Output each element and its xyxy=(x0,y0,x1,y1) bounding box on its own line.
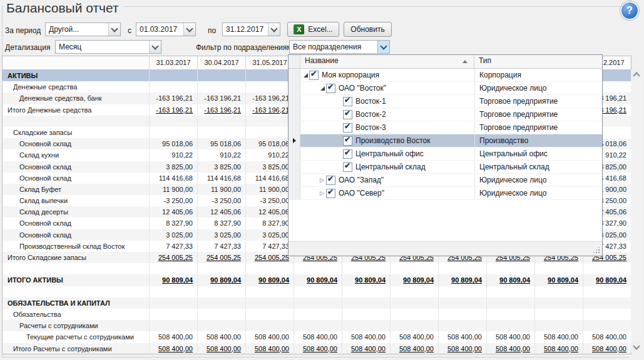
tree-checkbox[interactable]: ✔ xyxy=(343,136,352,146)
total-value-link[interactable]: -163 196,21 xyxy=(197,104,245,116)
tree-row-type: Центральный склад xyxy=(474,161,549,173)
tree-row[interactable]: ✔Восток-1Торговое предприятие xyxy=(289,95,602,108)
value-cell: 508 400,00 xyxy=(197,331,245,342)
tree-row-gutter xyxy=(289,69,300,81)
value-cell xyxy=(245,263,294,274)
help-icon[interactable]: ? xyxy=(620,1,639,20)
tree-row[interactable]: ▷✔ОАО "Север"Юридическое лицо xyxy=(289,187,602,200)
total-value-link[interactable]: 508 400,00 xyxy=(149,343,197,354)
value-cell xyxy=(438,320,486,331)
value-cell xyxy=(390,263,438,274)
tree-row[interactable]: ▷✔ОАО "Запад"Юридическое лицо xyxy=(289,174,602,187)
total-value-link[interactable]: 508 400,00 xyxy=(294,343,342,354)
tree-row[interactable]: ✔Восток-2Торговое предприятие xyxy=(289,108,602,121)
checkmark-icon: ✔ xyxy=(344,96,350,104)
total-value-link[interactable]: -163 196,21 xyxy=(149,104,197,116)
tree-checkbox[interactable]: ✔ xyxy=(343,97,352,106)
detail-combo[interactable]: Месяц xyxy=(55,40,161,54)
period-combo[interactable]: Другой... xyxy=(45,22,121,36)
total-value-link[interactable]: 90 809,04 xyxy=(438,274,486,286)
total-value-link[interactable]: 90 809,04 xyxy=(342,274,390,286)
tree-row-name: Центральный офис xyxy=(355,148,424,160)
refresh-button[interactable]: Обновить xyxy=(344,22,392,37)
total-value-link[interactable]: 90 809,04 xyxy=(583,274,631,286)
tree-checkbox[interactable]: ✔ xyxy=(343,123,352,132)
collapse-icon[interactable] xyxy=(304,73,308,78)
report-row xyxy=(3,286,631,298)
value-cell xyxy=(438,309,486,320)
from-date-combo[interactable]: 01.03.2017 xyxy=(136,22,196,36)
tree-row[interactable]: ✔Производство ВостокПроизводство xyxy=(289,134,602,148)
value-cell xyxy=(245,81,294,92)
total-value-link[interactable]: 508 400,00 xyxy=(583,343,631,354)
total-value-link[interactable]: 508 400,00 xyxy=(486,343,534,354)
vertical-scrollbar[interactable] xyxy=(631,69,642,352)
value-cell xyxy=(197,263,245,274)
total-value-link[interactable]: 508 400,00 xyxy=(342,343,390,354)
scroll-down-button[interactable] xyxy=(631,342,642,352)
total-value-link[interactable]: 90 809,04 xyxy=(197,274,245,286)
chevron-down-icon xyxy=(270,25,277,32)
total-value-link[interactable]: 508 400,00 xyxy=(534,343,583,354)
total-value-link[interactable]: 90 809,04 xyxy=(486,274,534,286)
dept-filter-combo[interactable]: Все подразделения xyxy=(289,40,390,54)
total-value-link[interactable]: 90 809,04 xyxy=(294,274,342,286)
tree-row-gutter xyxy=(289,121,300,134)
expand-icon[interactable]: ▷ xyxy=(320,188,324,198)
detail-combo-arrow[interactable] xyxy=(149,41,161,53)
tree-checkbox[interactable]: ✔ xyxy=(343,149,352,159)
tree-row[interactable]: ✔Моя корпорацияКорпорация xyxy=(289,69,602,82)
tree-row[interactable]: ✔ОАО "Восток"Юридическое лицо xyxy=(289,82,602,95)
value-cell xyxy=(245,116,294,127)
resize-grip[interactable] xyxy=(592,246,600,253)
total-value-link[interactable]: 508 400,00 xyxy=(390,343,438,354)
dept-filter-label: Фильтр по подразделениям xyxy=(196,43,292,52)
expand-icon[interactable]: ▷ xyxy=(320,175,324,185)
tree-checkbox[interactable]: ✔ xyxy=(326,84,335,93)
from-date-arrow[interactable] xyxy=(183,23,195,36)
to-date-combo[interactable]: 31.12.2017 xyxy=(222,22,280,36)
column-header-name[interactable]: Название xyxy=(300,55,474,68)
total-value-link[interactable]: 90 809,04 xyxy=(534,274,583,286)
tree-checkbox[interactable]: ✔ xyxy=(343,162,352,172)
total-value-link[interactable]: 90 809,04 xyxy=(390,274,438,286)
value-cell xyxy=(534,320,583,331)
column-header-type[interactable]: Тип xyxy=(474,55,602,68)
value-cell: 7 427,33 xyxy=(245,241,294,252)
tree-checkbox[interactable]: ✔ xyxy=(326,176,335,185)
row-label xyxy=(3,263,149,274)
tree-row[interactable]: ✔Центральный офисЦентральный офис xyxy=(289,148,602,161)
total-value-link[interactable]: 508 400,00 xyxy=(197,343,245,354)
to-date-arrow[interactable] xyxy=(268,23,280,36)
period-combo-arrow[interactable] xyxy=(108,23,120,36)
value-cell: 3 025,00 xyxy=(149,229,197,241)
total-value-link[interactable]: 254 005,25 xyxy=(197,252,245,263)
checkmark-icon: ✔ xyxy=(344,109,350,118)
row-label: Основной склад xyxy=(3,229,149,241)
total-value-link[interactable]: 254 005,25 xyxy=(149,252,197,263)
value-cell xyxy=(583,286,631,298)
total-value-link[interactable]: 508 400,00 xyxy=(245,343,294,354)
collapse-icon[interactable] xyxy=(320,86,325,91)
tree-row-type: Торговое предприятие xyxy=(474,95,558,108)
value-cell xyxy=(197,309,245,320)
tree-row-content: ✔Восток-3Торговое предприятие xyxy=(300,121,602,134)
total-value-link[interactable]: -163 196,21 xyxy=(245,104,294,116)
value-cell: 7 427,33 xyxy=(197,241,245,252)
value-cell xyxy=(294,320,342,331)
tree-row-content: ▷✔ОАО "Запад"Юридическое лицо xyxy=(300,174,602,186)
excel-button[interactable]: X Excel... xyxy=(287,22,339,37)
tree-row[interactable]: ✔Восток-3Торговое предприятие xyxy=(289,121,602,134)
dept-filter-arrow[interactable] xyxy=(377,41,389,53)
row-label: Расчеты с сотрудниками xyxy=(3,320,149,331)
tree-row[interactable]: ✔Центральный складЦентральный склад xyxy=(289,161,602,174)
tree-checkbox[interactable]: ✔ xyxy=(326,189,335,198)
total-value-link[interactable]: 90 809,04 xyxy=(245,274,294,286)
tree-checkbox[interactable]: ✔ xyxy=(309,71,319,80)
total-value-link[interactable]: 90 809,04 xyxy=(149,274,197,286)
total-value-link[interactable]: 508 400,00 xyxy=(438,343,486,354)
tree-checkbox[interactable]: ✔ xyxy=(343,110,352,119)
value-cell xyxy=(294,286,342,298)
scroll-up-button[interactable] xyxy=(631,69,642,80)
total-value-link[interactable]: 254 005,25 xyxy=(245,252,294,263)
